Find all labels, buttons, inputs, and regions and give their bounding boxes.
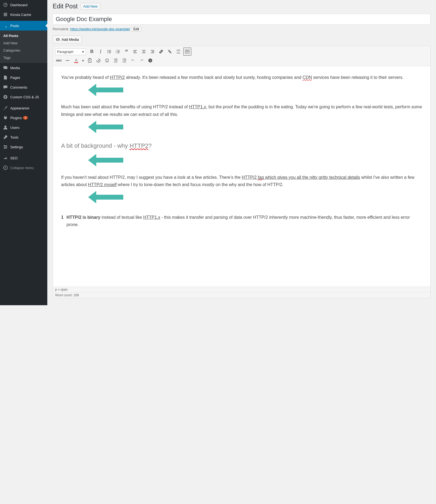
italic-button[interactable]: I <box>97 48 104 55</box>
sidebar-item-comments[interactable]: Comments <box>0 82 47 92</box>
editor-body[interactable]: You've probably heard of HTTP/2 already.… <box>53 66 431 287</box>
edit-slug-button[interactable]: Edit <box>131 27 142 32</box>
svg-point-5 <box>4 145 5 146</box>
svg-rect-27 <box>142 53 146 53</box>
admin-sidebar: Dashboard Kinsta Cache Posts All Posts A… <box>0 0 47 305</box>
hr-button[interactable] <box>64 57 71 64</box>
permalink-link[interactable]: https://wpdev.ink/google-doc-example/ <box>70 27 130 31</box>
sidebar-label: Users <box>10 126 19 130</box>
text-color-dropdown[interactable]: ▾ <box>81 57 85 64</box>
text-color-button[interactable]: A <box>72 57 80 64</box>
pages-icon <box>3 75 8 80</box>
comments-icon <box>3 85 8 90</box>
add-media-button[interactable]: Add Media <box>53 35 82 43</box>
align-right-button[interactable] <box>149 48 156 55</box>
arrow-image <box>88 154 422 169</box>
sidebar-submenu-posts: All Posts Add New Categories Tags <box>0 31 47 63</box>
plugin-update-badge: 3 <box>23 116 28 120</box>
align-left-button[interactable] <box>131 48 139 55</box>
brush-icon <box>3 105 8 111</box>
sidebar-item-collapse[interactable]: Collapse menu <box>0 163 47 173</box>
svg-rect-37 <box>188 51 189 51</box>
special-char-button[interactable]: Ω <box>103 57 111 64</box>
number-list-button[interactable]: 123 <box>114 48 122 55</box>
content-paragraph: If you haven't read about HTTP/2, may I … <box>61 174 422 188</box>
svg-rect-47 <box>115 60 117 61</box>
sidebar-item-pages[interactable]: Pages <box>0 73 47 82</box>
strikethrough-button[interactable]: ABC <box>55 57 63 64</box>
sidebar-item-settings[interactable]: Settings <box>0 142 47 152</box>
editor-toolbar: Paragraph ▾ B I 123 “ ABC A ▾ <box>53 46 431 66</box>
sidebar-item-seo[interactable]: SEO <box>0 153 47 163</box>
sidebar-label: Posts <box>10 24 19 28</box>
sidebar-item-media[interactable]: Media <box>0 63 47 73</box>
chevron-down-icon: ▾ <box>82 50 84 54</box>
svg-text:?: ? <box>149 59 151 62</box>
sidebar-sub-categories[interactable]: Categories <box>0 47 47 54</box>
outdent-button[interactable] <box>112 57 119 64</box>
align-center-button[interactable] <box>140 48 148 55</box>
format-select-label: Paragraph <box>57 50 74 54</box>
link-button[interactable] <box>157 48 165 55</box>
svg-rect-13 <box>109 51 111 52</box>
sidebar-item-tools[interactable]: Tools <box>0 132 47 142</box>
svg-point-14 <box>107 52 108 53</box>
read-more-button[interactable] <box>175 48 182 55</box>
bold-button[interactable]: B <box>88 48 96 55</box>
svg-rect-48 <box>114 62 118 62</box>
unlink-button[interactable] <box>166 48 174 55</box>
sidebar-sub-tags[interactable]: Tags <box>0 54 47 61</box>
svg-rect-11 <box>109 50 111 51</box>
redo-button[interactable] <box>138 57 145 64</box>
sidebar-item-custom-css[interactable]: Custom CSS & JS <box>0 92 47 102</box>
bullet-list-button[interactable] <box>105 48 113 55</box>
content-heading: A bit of background - why HTTP2? <box>61 141 422 151</box>
sidebar-label: Settings <box>10 145 23 149</box>
sidebar-label: Collapse menu <box>10 166 34 170</box>
svg-rect-43 <box>89 58 90 59</box>
toolbar-toggle-button[interactable] <box>183 48 191 56</box>
clear-formatting-button[interactable] <box>95 57 102 64</box>
svg-rect-35 <box>186 51 187 51</box>
svg-rect-46 <box>114 59 118 59</box>
svg-rect-51 <box>123 62 126 62</box>
sidebar-item-users[interactable]: Users <box>0 123 47 132</box>
sidebar-item-dashboard[interactable]: Dashboard <box>0 0 47 10</box>
paste-text-button[interactable]: T <box>86 57 94 64</box>
sidebar-sub-add-new[interactable]: Add New <box>0 39 47 47</box>
sidebar-label: Comments <box>10 85 27 89</box>
media-icon <box>3 65 8 70</box>
svg-rect-36 <box>187 51 188 51</box>
svg-rect-1 <box>4 14 7 15</box>
pin-icon <box>3 23 8 28</box>
svg-point-4 <box>4 126 6 127</box>
blockquote-button[interactable]: “ <box>123 48 130 55</box>
svg-rect-26 <box>143 51 145 52</box>
camera-icon <box>56 37 60 42</box>
svg-text:3: 3 <box>116 52 117 53</box>
sidebar-item-posts[interactable]: Posts <box>0 21 47 31</box>
svg-rect-49 <box>123 59 126 59</box>
svg-rect-25 <box>142 50 146 51</box>
sidebar-label: Pages <box>10 76 20 80</box>
svg-rect-39 <box>187 52 188 52</box>
sidebar-item-appearance[interactable]: Appearance <box>0 103 47 113</box>
format-select[interactable]: Paragraph ▾ <box>55 48 86 55</box>
svg-point-6 <box>6 146 7 147</box>
svg-point-12 <box>107 51 108 52</box>
svg-rect-30 <box>151 53 154 53</box>
seo-icon <box>3 155 8 161</box>
sidebar-sub-all-posts[interactable]: All Posts <box>0 32 47 39</box>
help-button[interactable]: ? <box>147 57 154 64</box>
permalink-label: Permalink: <box>53 27 70 31</box>
undo-button[interactable] <box>129 57 137 64</box>
sidebar-label: Dashboard <box>10 3 28 7</box>
element-path[interactable]: p » span <box>53 287 430 292</box>
add-new-button[interactable]: Add New <box>80 3 101 10</box>
add-media-label: Add Media <box>62 38 79 42</box>
svg-point-10 <box>107 50 108 51</box>
sidebar-item-plugins[interactable]: Plugins 3 <box>0 113 47 123</box>
post-title-input[interactable] <box>53 14 431 25</box>
indent-button[interactable] <box>121 57 128 64</box>
sidebar-item-kinsta-cache[interactable]: Kinsta Cache <box>0 10 47 19</box>
